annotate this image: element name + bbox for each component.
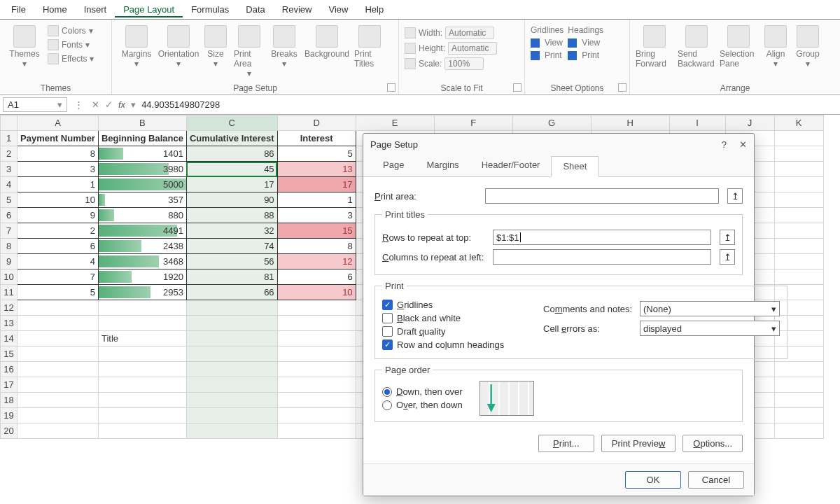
print-area-button[interactable]: Print Area▾ <box>234 22 265 78</box>
cell[interactable] <box>277 362 356 377</box>
cell[interactable] <box>774 239 823 254</box>
cell[interactable] <box>18 424 99 439</box>
over-then-down-radio[interactable]: Over, then down <box>382 400 463 410</box>
cell[interactable] <box>186 362 277 377</box>
row-header-9[interactable]: 9 <box>1 254 18 270</box>
row-header-19[interactable]: 19 <box>1 408 18 424</box>
scale-height-select[interactable]: Automatic <box>448 42 497 55</box>
cell[interactable]: 357 <box>98 192 186 208</box>
send-backward-button[interactable]: Send Backward <box>678 22 715 69</box>
menu-item-formulas[interactable]: Formulas <box>183 1 237 18</box>
cell[interactable] <box>186 300 277 316</box>
row-header-15[interactable]: 15 <box>1 346 18 362</box>
cell[interactable]: 9 <box>18 208 99 223</box>
colors-button[interactable]: Colors ▾ <box>48 25 94 36</box>
cell[interactable] <box>774 131 823 146</box>
cell[interactable]: 56 <box>186 254 277 270</box>
dialog-tab-header-footer[interactable]: Header/Footer <box>470 155 552 176</box>
cell[interactable] <box>774 192 823 208</box>
cell[interactable] <box>774 424 823 439</box>
cell[interactable] <box>186 408 277 424</box>
cell[interactable]: 2953 <box>98 285 186 300</box>
menu-item-data[interactable]: Data <box>237 1 273 18</box>
size-button[interactable]: Size▾ <box>202 22 230 69</box>
cell[interactable]: 4491 <box>98 223 186 239</box>
header-cell[interactable]: Beginning Balance <box>98 131 186 146</box>
cell[interactable]: 1 <box>18 177 99 192</box>
row-header-7[interactable]: 7 <box>1 223 18 239</box>
col-header-A[interactable]: A <box>18 115 99 131</box>
menu-item-view[interactable]: View <box>320 1 356 18</box>
rows-repeat-picker[interactable]: ↥ <box>720 230 735 245</box>
cell[interactable] <box>18 362 99 377</box>
cell[interactable]: 13 <box>277 162 356 177</box>
cell[interactable] <box>98 393 186 408</box>
cell[interactable] <box>18 346 99 362</box>
print-titles-button[interactable]: Print Titles <box>354 22 385 69</box>
menu-item-help[interactable]: Help <box>356 1 392 18</box>
cell[interactable] <box>774 254 823 270</box>
breaks-button[interactable]: Breaks▾ <box>269 22 300 69</box>
menu-item-home[interactable]: Home <box>34 1 76 18</box>
col-header-D[interactable]: D <box>277 115 356 131</box>
header-cell[interactable]: Payment Number <box>18 131 99 146</box>
cell[interactable]: 1 <box>277 192 356 208</box>
header-cell[interactable]: Cumulative Interest <box>186 131 277 146</box>
cell[interactable] <box>98 316 186 331</box>
cell[interactable] <box>98 408 186 424</box>
align-button[interactable]: Align▾ <box>762 22 790 69</box>
gridlines-checkbox[interactable]: Gridlines <box>382 300 522 310</box>
orientation-button[interactable]: Orientation▾ <box>160 22 197 69</box>
cell[interactable] <box>186 331 277 346</box>
cell[interactable]: 88 <box>186 208 277 223</box>
row-header-8[interactable]: 8 <box>1 239 18 254</box>
row-header-6[interactable]: 6 <box>1 208 18 223</box>
col-header-I[interactable]: I <box>669 115 725 131</box>
effects-button[interactable]: Effects ▾ <box>48 53 94 64</box>
accept-formula-icon[interactable]: ✓ <box>105 99 113 110</box>
themes-button[interactable]: Themes▾ <box>6 22 43 69</box>
cell[interactable] <box>18 316 99 331</box>
dialog-close-button[interactable]: ✕ <box>739 139 747 150</box>
row-header-16[interactable]: 16 <box>1 362 18 377</box>
row-header-18[interactable]: 18 <box>1 393 18 408</box>
row-header-14[interactable]: 14 <box>1 331 18 346</box>
cell[interactable]: 3980 <box>98 162 186 177</box>
row-col-headings-checkbox[interactable]: Row and column headings <box>382 340 522 350</box>
cell[interactable] <box>18 377 99 393</box>
cell[interactable]: 7 <box>18 270 99 285</box>
cell[interactable]: 74 <box>186 239 277 254</box>
scale-dialog-launcher[interactable] <box>513 83 522 92</box>
pagesetup-dialog-launcher[interactable] <box>387 83 396 92</box>
cell[interactable]: 8 <box>277 239 356 254</box>
cell[interactable]: 17 <box>186 177 277 192</box>
menu-item-file[interactable]: File <box>3 1 34 18</box>
cell[interactable]: 45 <box>186 162 277 177</box>
cell[interactable] <box>277 393 356 408</box>
cell[interactable] <box>277 331 356 346</box>
cell[interactable] <box>277 424 356 439</box>
comments-combo[interactable]: (None)▾ <box>640 301 780 316</box>
cell[interactable] <box>774 223 823 239</box>
col-header-K[interactable]: K <box>774 115 823 131</box>
col-header-J[interactable]: J <box>725 115 774 131</box>
row-header-1[interactable]: 1 <box>1 131 18 146</box>
row-header-3[interactable]: 3 <box>1 162 18 177</box>
black-white-checkbox[interactable]: Black and white <box>382 313 522 323</box>
fonts-button[interactable]: Fonts ▾ <box>48 39 94 50</box>
col-header-C[interactable]: C <box>186 115 277 131</box>
cell[interactable]: 4 <box>18 254 99 270</box>
cell[interactable] <box>186 377 277 393</box>
background-button[interactable]: Background <box>304 22 350 59</box>
group-button[interactable]: Group▾ <box>794 22 822 69</box>
cell[interactable]: 1401 <box>98 146 186 162</box>
cell[interactable]: 86 <box>186 146 277 162</box>
cell[interactable]: 66 <box>186 285 277 300</box>
cell-errors-combo[interactable]: displayed▾ <box>640 321 780 336</box>
cell[interactable]: 15 <box>277 223 356 239</box>
formula-input[interactable]: 44.9035149807298 <box>141 99 836 110</box>
row-header-2[interactable]: 2 <box>1 146 18 162</box>
cell[interactable]: 6 <box>18 239 99 254</box>
gridlines-print-checkbox[interactable]: Print <box>531 50 564 60</box>
row-header-10[interactable]: 10 <box>1 270 18 285</box>
